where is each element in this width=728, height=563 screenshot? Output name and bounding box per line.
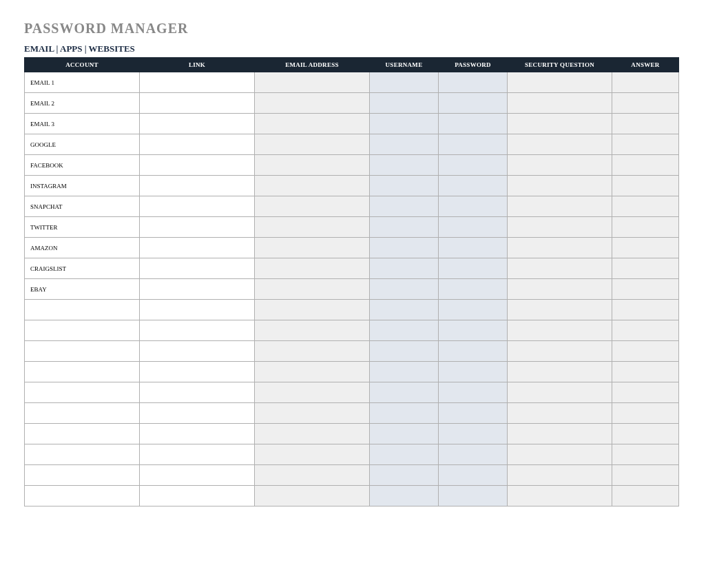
cell-email[interactable] xyxy=(255,300,370,320)
cell-security[interactable] xyxy=(508,486,612,506)
cell-username[interactable] xyxy=(370,403,439,424)
cell-email[interactable] xyxy=(255,155,370,176)
cell-answer[interactable] xyxy=(612,134,679,155)
cell-answer[interactable] xyxy=(612,320,679,341)
cell-username[interactable] xyxy=(370,114,439,134)
cell-link[interactable] xyxy=(140,196,255,217)
cell-security[interactable] xyxy=(508,196,612,217)
cell-answer[interactable] xyxy=(612,72,679,93)
cell-username[interactable] xyxy=(370,238,439,258)
cell-security[interactable] xyxy=(508,72,612,93)
cell-security[interactable] xyxy=(508,362,612,382)
cell-username[interactable] xyxy=(370,217,439,238)
cell-email[interactable] xyxy=(255,134,370,155)
cell-link[interactable] xyxy=(140,424,255,444)
cell-username[interactable] xyxy=(370,300,439,320)
cell-password[interactable] xyxy=(439,217,508,238)
cell-password[interactable] xyxy=(439,362,508,382)
cell-answer[interactable] xyxy=(612,403,679,424)
cell-account[interactable]: EMAIL 3 xyxy=(25,114,140,134)
cell-password[interactable] xyxy=(439,114,508,134)
cell-security[interactable] xyxy=(508,279,612,300)
cell-security[interactable] xyxy=(508,300,612,320)
cell-link[interactable] xyxy=(140,258,255,279)
cell-email[interactable] xyxy=(255,176,370,196)
cell-security[interactable] xyxy=(508,258,612,279)
cell-account[interactable] xyxy=(25,300,140,320)
cell-username[interactable] xyxy=(370,320,439,341)
cell-answer[interactable] xyxy=(612,486,679,506)
cell-password[interactable] xyxy=(439,382,508,403)
cell-username[interactable] xyxy=(370,424,439,444)
cell-link[interactable] xyxy=(140,320,255,341)
cell-email[interactable] xyxy=(255,486,370,506)
cell-username[interactable] xyxy=(370,155,439,176)
cell-account[interactable] xyxy=(25,465,140,486)
cell-password[interactable] xyxy=(439,486,508,506)
cell-username[interactable] xyxy=(370,465,439,486)
cell-answer[interactable] xyxy=(612,217,679,238)
cell-password[interactable] xyxy=(439,176,508,196)
cell-password[interactable] xyxy=(439,93,508,114)
cell-username[interactable] xyxy=(370,362,439,382)
cell-security[interactable] xyxy=(508,341,612,362)
cell-account[interactable]: INSTAGRAM xyxy=(25,176,140,196)
cell-email[interactable] xyxy=(255,444,370,465)
cell-username[interactable] xyxy=(370,134,439,155)
cell-link[interactable] xyxy=(140,155,255,176)
cell-answer[interactable] xyxy=(612,196,679,217)
cell-security[interactable] xyxy=(508,155,612,176)
cell-password[interactable] xyxy=(439,403,508,424)
cell-password[interactable] xyxy=(439,134,508,155)
cell-password[interactable] xyxy=(439,444,508,465)
cell-password[interactable] xyxy=(439,320,508,341)
cell-email[interactable] xyxy=(255,403,370,424)
cell-account[interactable]: AMAZON xyxy=(25,238,140,258)
cell-link[interactable] xyxy=(140,134,255,155)
cell-link[interactable] xyxy=(140,93,255,114)
cell-answer[interactable] xyxy=(612,362,679,382)
cell-account[interactable] xyxy=(25,486,140,506)
cell-security[interactable] xyxy=(508,93,612,114)
cell-account[interactable] xyxy=(25,362,140,382)
cell-link[interactable] xyxy=(140,382,255,403)
cell-answer[interactable] xyxy=(612,155,679,176)
cell-email[interactable] xyxy=(255,238,370,258)
cell-security[interactable] xyxy=(508,217,612,238)
cell-security[interactable] xyxy=(508,176,612,196)
cell-security[interactable] xyxy=(508,134,612,155)
cell-answer[interactable] xyxy=(612,341,679,362)
cell-security[interactable] xyxy=(508,465,612,486)
cell-account[interactable] xyxy=(25,382,140,403)
cell-password[interactable] xyxy=(439,196,508,217)
cell-email[interactable] xyxy=(255,341,370,362)
cell-security[interactable] xyxy=(508,403,612,424)
cell-security[interactable] xyxy=(508,114,612,134)
cell-account[interactable]: GOOGLE xyxy=(25,134,140,155)
cell-password[interactable] xyxy=(439,341,508,362)
cell-password[interactable] xyxy=(439,424,508,444)
cell-account[interactable] xyxy=(25,320,140,341)
cell-email[interactable] xyxy=(255,114,370,134)
cell-answer[interactable] xyxy=(612,114,679,134)
cell-email[interactable] xyxy=(255,93,370,114)
cell-link[interactable] xyxy=(140,341,255,362)
cell-password[interactable] xyxy=(439,279,508,300)
cell-security[interactable] xyxy=(508,238,612,258)
cell-password[interactable] xyxy=(439,155,508,176)
cell-security[interactable] xyxy=(508,320,612,341)
cell-account[interactable]: EMAIL 1 xyxy=(25,72,140,93)
cell-answer[interactable] xyxy=(612,238,679,258)
cell-answer[interactable] xyxy=(612,258,679,279)
cell-email[interactable] xyxy=(255,258,370,279)
cell-link[interactable] xyxy=(140,486,255,506)
cell-security[interactable] xyxy=(508,424,612,444)
cell-email[interactable] xyxy=(255,279,370,300)
cell-answer[interactable] xyxy=(612,382,679,403)
cell-email[interactable] xyxy=(255,72,370,93)
cell-account[interactable]: SNAPCHAT xyxy=(25,196,140,217)
cell-email[interactable] xyxy=(255,320,370,341)
cell-link[interactable] xyxy=(140,238,255,258)
cell-username[interactable] xyxy=(370,382,439,403)
cell-email[interactable] xyxy=(255,217,370,238)
